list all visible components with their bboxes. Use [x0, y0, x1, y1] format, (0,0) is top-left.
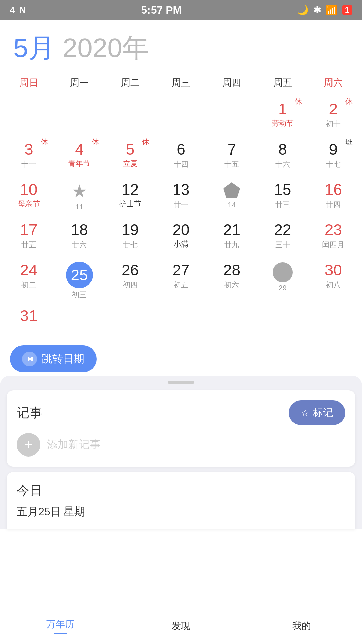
jump-date-button[interactable]: 跳转日期	[10, 345, 97, 372]
status-left: 4 N	[10, 5, 26, 15]
cal-day-12[interactable]: 12 护士节	[105, 176, 156, 216]
notes-tag-button[interactable]: ☆ 标记	[289, 400, 345, 425]
cal-day-6[interactable]: 6 十四	[156, 136, 206, 176]
cal-day-22[interactable]: 22 三十	[257, 216, 308, 256]
year-label: 2020年	[63, 33, 149, 63]
day-num-15: 15	[274, 181, 291, 198]
bottom-nav: 万年历 发现 我的	[0, 607, 362, 644]
day-num-19: 19	[122, 221, 139, 238]
cal-day-9[interactable]: 班 9 十七	[308, 136, 359, 176]
cal-day-15[interactable]: 15 廿三	[257, 176, 308, 216]
festival-name-12: 护士节	[119, 199, 141, 209]
add-note-button[interactable]: +	[17, 433, 40, 457]
cal-day-24[interactable]: 24 初二	[3, 256, 54, 302]
day-num-9: 9	[329, 141, 338, 158]
lunar-19: 廿七	[123, 240, 138, 250]
month-year-title: 5月 2020年	[13, 30, 349, 66]
nav-item-mine[interactable]: 我的	[241, 607, 362, 644]
moon-icon: 🌙	[297, 5, 309, 16]
day-num-12: 12	[122, 181, 139, 198]
day-num-20: 20	[172, 221, 189, 238]
day-num-1: 1	[278, 101, 287, 118]
notes-tag-label: 标记	[313, 406, 333, 420]
cal-day-19[interactable]: 19 廿七	[105, 216, 156, 256]
cal-day-5[interactable]: 休 5 立夏	[105, 136, 156, 176]
svg-marker-0	[223, 182, 240, 198]
cal-day-26[interactable]: 26 初四	[105, 256, 156, 302]
notes-card: 记事 ☆ 标记 + 添加新记事	[7, 390, 355, 467]
cal-day-28[interactable]: 28 初六	[206, 256, 257, 302]
lunar-14: 14	[228, 201, 236, 209]
lunar-13: 廿一	[174, 200, 188, 210]
jump-date-label: 跳转日期	[42, 352, 84, 366]
cal-day-17[interactable]: 17 廿五	[3, 216, 54, 256]
cal-day-8[interactable]: 8 十六	[257, 136, 308, 176]
day-num-10: 10	[20, 181, 37, 198]
cal-day-16[interactable]: 16 廿四	[308, 176, 359, 216]
cal-day-20[interactable]: 20 小满	[156, 216, 206, 256]
festival-name-20: 小满	[174, 239, 188, 249]
add-note-placeholder[interactable]: 添加新记事	[47, 437, 101, 452]
cal-day-14[interactable]: 14	[206, 176, 257, 216]
cal-empty-3	[105, 95, 156, 136]
cal-day-29[interactable]: 29	[257, 256, 308, 302]
cal-day-11[interactable]: ★ 11	[54, 176, 105, 216]
cal-day-21[interactable]: 21 廿九	[206, 216, 257, 256]
day-num-6: 6	[177, 141, 185, 158]
cal-day-25[interactable]: 25 初三	[54, 256, 105, 302]
cal-day-3[interactable]: 休 3 十一	[3, 136, 54, 176]
lunar-28: 初六	[224, 280, 239, 290]
lunar-23: 闰四月	[322, 240, 344, 250]
lunar-6: 十四	[174, 159, 188, 169]
cal-empty-9	[206, 302, 257, 342]
cal-day-7[interactable]: 7 十五	[206, 136, 257, 176]
day-num-5: 5	[126, 141, 135, 158]
day-num-4: 4	[75, 141, 84, 158]
status-bar: 4 N 5:57 PM 🌙 ✱ 📶 1	[0, 0, 362, 20]
cal-day-10[interactable]: 10 母亲节	[3, 176, 54, 216]
cal-empty-8	[156, 302, 206, 342]
lunar-22: 三十	[275, 240, 290, 250]
holiday-name-10: 母亲节	[18, 199, 40, 209]
cal-day-1[interactable]: 休 1 劳动节	[257, 95, 308, 136]
lunar-11: 11	[75, 203, 83, 211]
day-num-25-today: 25	[66, 262, 93, 288]
status-right: 🌙 ✱ 📶 1	[297, 5, 352, 16]
cal-empty-2	[54, 95, 105, 136]
cal-day-4[interactable]: 休 4 青年节	[54, 136, 105, 176]
nav-item-calendar[interactable]: 万年历	[0, 607, 121, 644]
lunar-24: 初二	[21, 280, 36, 290]
lunar-7: 十五	[224, 159, 239, 169]
holiday-badge-5: 休	[142, 137, 149, 147]
drag-handle[interactable]	[168, 381, 194, 384]
cal-day-18[interactable]: 18 廿六	[54, 216, 105, 256]
cal-day-31[interactable]: 31	[3, 302, 54, 342]
cal-day-27[interactable]: 27 初五	[156, 256, 206, 302]
nav-calendar-label: 万年历	[46, 618, 74, 631]
weekday-wed: 周三	[156, 73, 206, 93]
day-num-26: 26	[122, 262, 139, 279]
day-num-30: 30	[325, 262, 342, 279]
month-label: 5月	[13, 33, 55, 63]
lunar-18: 廿六	[72, 240, 87, 250]
cal-day-2[interactable]: 休 2 初十	[308, 95, 359, 136]
day-num-16: 16	[325, 181, 342, 198]
cal-day-30[interactable]: 30 初八	[308, 256, 359, 302]
play-icon	[22, 352, 37, 366]
cal-day-23[interactable]: 23 闰四月	[308, 216, 359, 256]
day-num-22: 22	[274, 221, 291, 238]
nav-item-discover[interactable]: 发现	[121, 607, 241, 644]
today-date: 五月25日 星期	[17, 504, 345, 519]
calendar-header: 5月 2020年	[0, 20, 362, 73]
nav-active-indicator	[54, 633, 67, 634]
lunar-3: 十一	[21, 159, 36, 169]
day-num-7: 7	[228, 141, 236, 158]
day-num-13: 13	[172, 181, 189, 198]
weekday-fri: 周五	[257, 73, 308, 93]
cal-day-13[interactable]: 13 廿一	[156, 176, 206, 216]
day-num-8: 8	[278, 141, 287, 158]
n-icon: N	[19, 5, 26, 15]
weekday-headers: 周日 周一 周二 周三 周四 周五 周六	[0, 73, 362, 93]
weekday-tue: 周二	[105, 73, 156, 93]
pentagon-icon-14	[222, 181, 241, 199]
